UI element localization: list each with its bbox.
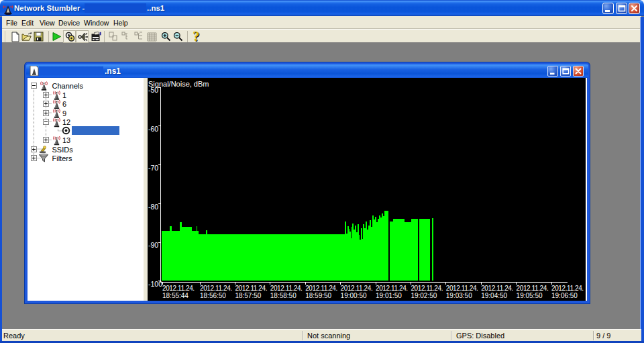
svg-text:2012.11.24.: 2012.11.24. [305,285,337,292]
svg-text:19:01:50: 19:01:50 [376,292,402,299]
svg-text:2012.11.24.: 2012.11.24. [446,285,478,292]
svg-text:19:00:50: 19:00:50 [341,292,367,299]
svg-text:1: 1 [62,91,66,99]
svg-text:18:55:44: 18:55:44 [162,292,189,299]
svg-text:19:03:50: 19:03:50 [446,292,472,299]
svg-text:2012.11.24.: 2012.11.24. [162,285,195,292]
svg-text:Filters: Filters [52,154,72,162]
svg-text:19:02:50: 19:02:50 [411,292,437,299]
svg-text:6: 6 [62,100,66,108]
svg-text:-90: -90 [148,241,158,249]
svg-text:-70: -70 [148,164,158,172]
svg-text:SSIDs: SSIDs [52,146,74,154]
svg-text:18:59:50: 18:59:50 [305,292,331,299]
svg-text:2012.11.24.: 2012.11.24. [341,285,373,292]
svg-text:-50: -50 [148,86,158,94]
svg-text:-60: -60 [148,125,158,133]
svg-text:2012.11.24.: 2012.11.24. [517,285,549,292]
svg-text:12: 12 [62,118,70,126]
svg-text:2012.11.24.: 2012.11.24. [376,285,408,292]
svg-text:9: 9 [62,109,66,117]
svg-text:2012.11.24.: 2012.11.24. [481,285,513,292]
svg-text:2012.11.24.: 2012.11.24. [270,285,303,292]
svg-text:2012.11.24.: 2012.11.24. [551,285,584,292]
svg-text:18:58:50: 18:58:50 [270,292,297,299]
svg-text:18:56:50: 18:56:50 [200,292,226,299]
svg-text:2012.11.24.: 2012.11.24. [235,285,267,292]
svg-text:18:57:50: 18:57:50 [235,292,261,299]
svg-text:19:06:50: 19:06:50 [551,292,578,299]
svg-text:13: 13 [62,136,70,144]
svg-text:-100: -100 [148,280,162,288]
svg-text:19:05:50: 19:05:50 [517,292,543,299]
svg-text:2012.11.24.: 2012.11.24. [200,285,232,292]
svg-text:2012.11.24.: 2012.11.24. [411,285,443,292]
svg-text:-80: -80 [148,203,158,211]
svg-text:19:04:50: 19:04:50 [481,292,507,299]
svg-text:?: ? [193,30,199,44]
svg-text:Channels: Channels [52,82,84,90]
